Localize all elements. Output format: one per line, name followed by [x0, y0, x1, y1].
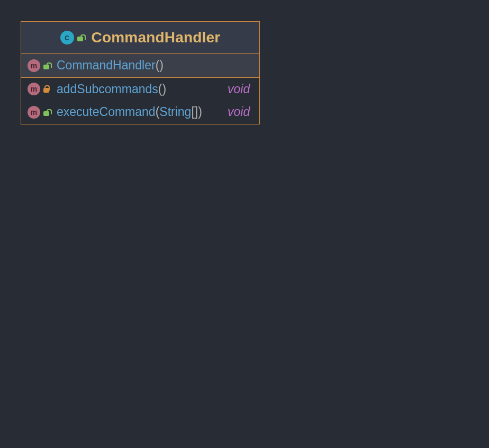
- method-row[interactable]: m addSubcommands() void: [21, 78, 259, 101]
- return-type: void: [228, 105, 253, 120]
- return-type: void: [228, 82, 253, 97]
- class-icon: c: [60, 31, 74, 44]
- method-signature: executeCommand(String[]): [57, 105, 221, 120]
- array-brackets: []: [191, 105, 198, 119]
- methods-section: m addSubcommands() void m executeCommand…: [21, 78, 259, 124]
- method-icon: m: [28, 59, 40, 72]
- constructors-section: m CommandHandler(): [21, 54, 259, 78]
- paren-close: ): [198, 105, 202, 119]
- param-type: String: [159, 105, 191, 119]
- method-icon: m: [28, 106, 40, 119]
- constructor-row[interactable]: m CommandHandler(): [21, 54, 259, 77]
- class-box-commandhandler[interactable]: c CommandHandler m CommandHandler() m ad…: [21, 21, 260, 124]
- member-name: executeCommand: [57, 105, 156, 119]
- lock-open-icon: [43, 65, 49, 69]
- lock-closed-icon: [43, 88, 49, 93]
- lock-open-icon: [77, 37, 83, 41]
- class-header[interactable]: c CommandHandler: [21, 22, 259, 54]
- member-name: CommandHandler: [57, 58, 156, 72]
- method-signature: addSubcommands(): [57, 82, 221, 97]
- class-title: CommandHandler: [92, 29, 221, 46]
- paren-close: ): [162, 82, 166, 96]
- constructor-signature: CommandHandler(): [57, 58, 221, 73]
- method-row[interactable]: m executeCommand(String[]) void: [21, 101, 259, 124]
- member-name: addSubcommands: [57, 82, 158, 96]
- method-icon: m: [28, 83, 40, 95]
- lock-open-icon: [43, 111, 49, 116]
- paren-close: ): [159, 58, 164, 72]
- diagram-canvas: c CommandHandler m CommandHandler() m ad…: [0, 0, 489, 448]
